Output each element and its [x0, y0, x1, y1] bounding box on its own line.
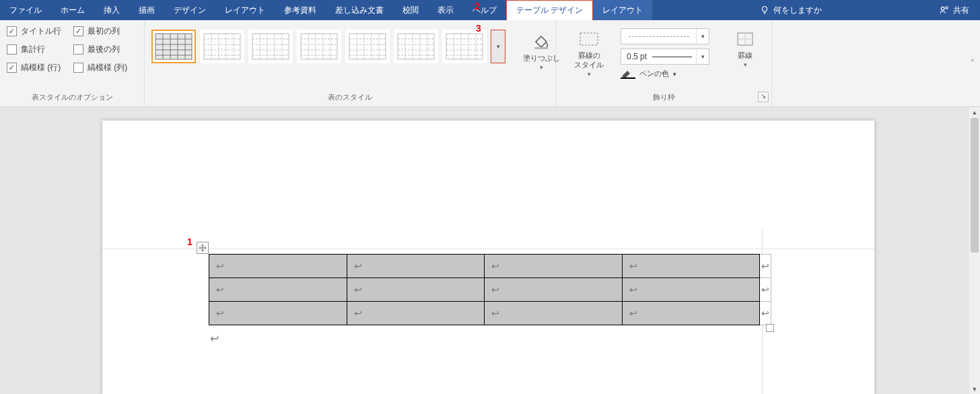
svg-point-1 — [941, 7, 944, 10]
menu-mailings[interactable]: 差し込み文書 — [326, 0, 393, 20]
table-cell[interactable]: ↩ — [622, 278, 760, 302]
cell-end-mark-icon: ↩ — [491, 261, 499, 271]
checkbox-icon — [73, 63, 83, 73]
chk-banded-rows[interactable]: 縞模様 (行) — [7, 62, 61, 73]
cell-end-mark-icon: ↩ — [216, 261, 224, 271]
table-style-thumb[interactable] — [200, 30, 244, 63]
group-table-styles: ▾ 塗りつぶし ▾ 表のスタイル — [145, 20, 556, 106]
table-cell[interactable]: ↩ — [209, 255, 347, 278]
menu-draw[interactable]: 描画 — [129, 0, 164, 20]
scroll-thumb[interactable] — [971, 118, 979, 253]
scroll-down-button[interactable]: ▼ — [969, 384, 980, 394]
border-width-value: 0.5 pt — [627, 52, 647, 61]
cell-end-mark-icon: ↩ — [629, 261, 637, 271]
menu-references[interactable]: 参考資料 — [275, 0, 326, 20]
table-row[interactable]: ↩ ↩ ↩ ↩ ↩ — [209, 302, 771, 325]
border-line-style-select[interactable]: ▾ — [621, 28, 709, 44]
scroll-up-button[interactable]: ▲ — [969, 107, 980, 118]
table-cell[interactable]: ↩ — [209, 278, 347, 302]
svg-rect-66 — [534, 47, 548, 49]
table-style-thumb[interactable] — [151, 30, 196, 63]
table-cell[interactable]: ↩ — [347, 302, 485, 325]
group-label-styles: 表のスタイル — [145, 90, 555, 106]
menu-layout[interactable]: レイアウト — [215, 0, 275, 20]
paint-bucket-icon — [532, 32, 551, 51]
chevron-down-icon: ▾ — [673, 71, 676, 77]
vertical-scrollbar[interactable]: ▲ ▼ — [969, 107, 980, 394]
pen-icon — [621, 69, 635, 79]
cell-end-mark-icon: ↩ — [761, 261, 769, 271]
scroll-track[interactable] — [969, 118, 980, 384]
document-workspace: 1 ↩ ↩ ↩ ↩ ↩ ↩ ↩ ↩ ↩ ↩ ↩ ↩ ↩ — [0, 107, 980, 394]
cell-end-mark-icon: ↩ — [629, 284, 637, 295]
table-row[interactable]: ↩ ↩ ↩ ↩ ↩ — [209, 278, 771, 302]
table-style-thumb[interactable] — [297, 30, 341, 63]
border-width-select[interactable]: 0.5 pt ▾ — [621, 48, 709, 65]
menu-design[interactable]: デザイン — [164, 0, 215, 20]
line-style-preview — [629, 36, 689, 37]
border-styles-button[interactable]: 罫線の スタイル ▾ — [563, 27, 615, 77]
menu-home[interactable]: ホーム — [51, 0, 94, 20]
table-cell[interactable]: ↩ — [347, 255, 485, 278]
row-end-mark: ↩ — [760, 278, 771, 302]
table-style-thumb[interactable] — [248, 30, 293, 63]
table-style-thumb[interactable] — [394, 30, 438, 63]
menu-file[interactable]: ファイル — [0, 0, 51, 20]
pen-color-button[interactable]: ペンの色 ▾ — [621, 69, 709, 79]
cell-end-mark-icon: ↩ — [354, 308, 362, 319]
pen-color-label: ペンの色 — [639, 69, 669, 79]
table-cell[interactable]: ↩ — [209, 302, 347, 325]
chevron-down-icon: ▾ — [696, 49, 709, 64]
group-label-borders: 飾り枠 — [556, 90, 771, 106]
table-resize-handle[interactable] — [766, 324, 774, 332]
table-cell[interactable]: ↩ — [485, 255, 623, 278]
table-cell[interactable]: ↩ — [485, 278, 623, 302]
table-cell[interactable]: ↩ — [347, 278, 485, 302]
share-label: 共有 — [953, 5, 969, 16]
gallery-more-button[interactable]: ▾ — [491, 30, 505, 63]
menu-bar: ファイル ホーム 挿入 描画 デザイン レイアウト 参考資料 差し込み文書 校閲… — [0, 0, 980, 20]
cell-end-mark-icon: ↩ — [491, 284, 499, 295]
tell-me-placeholder: 何をしますか — [773, 5, 822, 16]
borders-label: 罫線 — [738, 51, 753, 61]
chk-total-row[interactable]: 集計行 — [7, 44, 61, 55]
chk-last-col[interactable]: 最後の列 — [73, 44, 127, 55]
borders-button[interactable]: 罫線 ▾ — [719, 27, 771, 68]
border-styles-label: 罫線の スタイル — [574, 51, 604, 70]
menu-help[interactable]: ヘルプ — [463, 0, 506, 20]
menu-table-layout[interactable]: レイアウト — [593, 0, 652, 20]
table-row[interactable]: ↩ ↩ ↩ ↩ ↩ — [209, 255, 771, 278]
dialog-launcher[interactable]: ↘ — [758, 92, 769, 102]
chk-banded-cols[interactable]: 縞模様 (列) — [73, 62, 127, 73]
menu-spacer-2 — [833, 0, 929, 20]
group-label-options: 表スタイルのオプション — [0, 90, 144, 106]
chk-banded-cols-label: 縞模様 (列) — [88, 62, 127, 73]
table-move-handle[interactable] — [197, 242, 209, 254]
svg-point-2 — [946, 7, 948, 9]
tell-me-search[interactable]: 何をしますか — [749, 0, 833, 20]
chevron-down-icon: ▾ — [588, 71, 591, 77]
document-page[interactable]: 1 ↩ ↩ ↩ ↩ ↩ ↩ ↩ ↩ ↩ ↩ ↩ ↩ ↩ — [102, 121, 874, 394]
table-style-thumb[interactable] — [442, 30, 487, 63]
table-style-thumb[interactable] — [345, 30, 390, 63]
chk-header-row[interactable]: タイトル行 — [7, 26, 61, 37]
chk-first-col[interactable]: 最初の列 — [73, 26, 127, 37]
table-cell[interactable]: ↩ — [485, 302, 623, 325]
chevron-down-icon: ▾ — [744, 61, 747, 68]
menu-view[interactable]: 表示 — [428, 0, 463, 20]
share-button[interactable]: 共有 — [929, 0, 980, 20]
cell-end-mark-icon: ↩ — [629, 308, 637, 319]
cell-end-mark-icon: ↩ — [491, 308, 499, 319]
collapse-ribbon-button[interactable]: ˄ — [971, 59, 975, 68]
checkbox-icon — [7, 63, 17, 73]
menu-review[interactable]: 校閲 — [393, 0, 428, 20]
chk-banded-rows-label: 縞模様 (行) — [21, 62, 61, 73]
menu-insert[interactable]: 挿入 — [94, 0, 129, 20]
table-style-gallery: ▾ — [151, 30, 505, 63]
table-cell[interactable]: ↩ — [622, 302, 760, 325]
menu-table-design[interactable]: テーブル デザイン — [506, 0, 593, 20]
border-style-icon — [579, 30, 599, 48]
table-cell[interactable]: ↩ — [622, 255, 760, 278]
document-table[interactable]: ↩ ↩ ↩ ↩ ↩ ↩ ↩ ↩ ↩ ↩ ↩ ↩ ↩ ↩ ↩ — [209, 254, 771, 325]
ribbon: タイトル行 集計行 縞模様 (行) 最初の列 最後の列 — [0, 20, 980, 107]
